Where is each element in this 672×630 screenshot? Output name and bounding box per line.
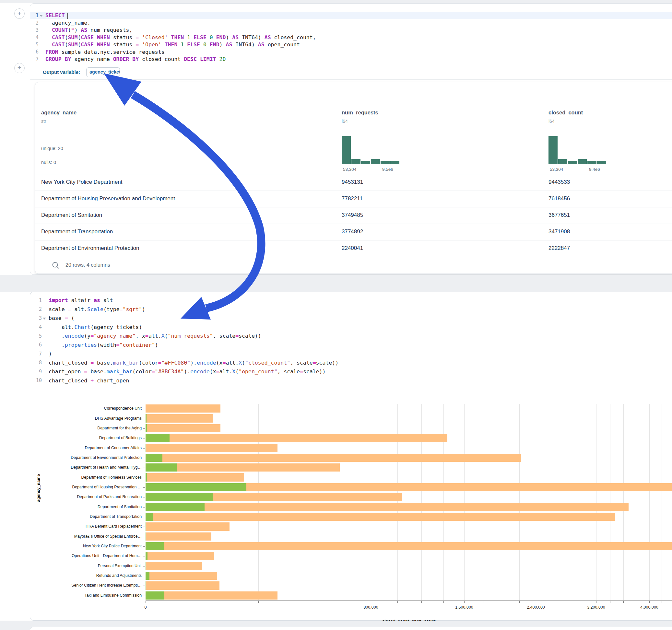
bar-open-count: [146, 552, 147, 560]
fold-chevron-icon[interactable]: [40, 15, 43, 17]
gridline: [610, 404, 610, 601]
gridline: [596, 404, 597, 601]
histogram-min-label: 53,304: [343, 167, 356, 172]
gridline: [536, 404, 536, 601]
table-cell: New York City Police Department: [41, 179, 122, 185]
table-row[interactable]: Department of Transportation377489234719…: [35, 224, 672, 240]
x-tick: [443, 601, 444, 603]
next-cell-peek: [30, 627, 672, 630]
code-line[interactable]: 6FROM sample_data.nyc.service_requests: [30, 48, 672, 55]
code-line[interactable]: 9chart_open = base.mark_bar(color="#8BC3…: [30, 367, 672, 376]
column-header-num_requests[interactable]: num_requests: [342, 110, 378, 116]
bar-closed-count: [146, 591, 278, 600]
gridline: [305, 404, 305, 601]
add-cell-button-2[interactable]: +: [14, 63, 25, 73]
line-number: 7: [30, 56, 41, 62]
histogram-bar: [352, 159, 360, 164]
bar-closed-count: [146, 542, 672, 550]
result-table: agency_namestrunique: 20nulls: 0num_requ…: [35, 82, 672, 274]
y-axis-label: Department of Health and Mental Hyg…: [40, 465, 142, 469]
y-tick: [143, 478, 145, 478]
code-line[interactable]: 7GROUP BY agency_name ORDER BY closed_co…: [30, 55, 672, 63]
code-line[interactable]: 10chart_closed + chart_open: [30, 376, 672, 385]
table-row[interactable]: Department of Sanitation37494853677651: [35, 207, 672, 224]
line-number: 1: [30, 13, 41, 19]
line-number: 5: [30, 42, 41, 48]
line-number: 4: [30, 34, 41, 40]
y-tick: [143, 448, 145, 449]
code-line[interactable]: 3 COUNT(*) AS num_requests,: [30, 27, 672, 34]
gridline: [371, 404, 371, 601]
table-row[interactable]: Department of Housing Preservation and D…: [35, 191, 672, 207]
bar-closed-count: [146, 503, 628, 511]
x-tick: [371, 601, 371, 603]
y-tick: [143, 419, 145, 419]
bar-open-count: [146, 454, 162, 462]
column-meta: unique: 20: [41, 146, 63, 151]
x-tick: [422, 601, 422, 603]
bar-open-count: [146, 493, 213, 501]
bar-open-count: [146, 444, 146, 452]
y-axis-label: Department for the Aging: [40, 426, 142, 430]
x-tick: [398, 601, 398, 603]
bar-open-count: [146, 473, 147, 481]
fold-chevron-icon[interactable]: [43, 318, 46, 319]
gridline: [422, 404, 422, 601]
add-cell-button-1[interactable]: +: [14, 8, 25, 19]
bar-open-count: [146, 532, 146, 540]
output-variable-input[interactable]: agency_tickets: [86, 67, 120, 77]
x-axis-label: 0: [145, 605, 147, 610]
code-line[interactable]: 5 CAST(SUM(CASE WHEN status = 'Open' THE…: [30, 41, 672, 48]
x-tick: [552, 601, 552, 603]
line-number: 2: [30, 306, 44, 312]
python-code-editor[interactable]: 1import altair as alt2scale = alt.Scale(…: [30, 296, 672, 385]
code-line[interactable]: 1SELECT: [30, 12, 672, 19]
search-icon[interactable]: [51, 261, 60, 270]
x-tick: [341, 601, 341, 603]
y-axis-label: Personal Exemption Unit: [40, 563, 142, 568]
altair-chart: agency_name Correspondence UnitDHS Advan…: [30, 399, 672, 620]
bar-open-count: [146, 562, 146, 570]
histogram-max-label: 9.4e6: [589, 167, 600, 172]
code-line[interactable]: 4 CAST(SUM(CASE WHEN status = 'Closed' T…: [30, 34, 672, 41]
table-row[interactable]: New York City Police Department945313194…: [35, 174, 672, 191]
bar-open-count: [146, 434, 170, 442]
bar-closed-count: [146, 513, 615, 521]
column-header-agency_name[interactable]: agency_name: [41, 110, 76, 116]
table-row[interactable]: Department of Environmental Protection22…: [35, 240, 672, 257]
y-tick: [143, 566, 145, 566]
bar-open-count: [146, 581, 146, 589]
y-tick: [143, 497, 145, 498]
column-header-closed_count[interactable]: closed_count: [549, 110, 583, 116]
code-line[interactable]: 2scale = alt.Scale(type="sqrt"): [30, 305, 672, 314]
line-number: 1: [30, 297, 44, 303]
line-number: 6: [30, 49, 41, 55]
gridline: [582, 404, 582, 601]
code-line[interactable]: 8chart_closed = base.mark_bar(color="#FF…: [30, 358, 672, 367]
y-axis-label: Department of Transportation: [40, 514, 142, 519]
code-line[interactable]: 4 alt.Chart(agency_tickets): [30, 323, 672, 332]
histogram-bar: [549, 136, 557, 164]
x-tick: [258, 601, 259, 603]
table-cell: Department of Housing Preservation and D…: [41, 195, 175, 202]
code-line[interactable]: 3base = (: [30, 314, 672, 323]
table-cell: 3774892: [342, 228, 363, 235]
line-number: 5: [30, 333, 44, 339]
y-axis-label: Operations Unit - Department of Hom…: [40, 554, 142, 558]
bar-closed-count: [146, 424, 220, 432]
y-tick: [143, 458, 145, 458]
table-cell: 2222847: [549, 245, 570, 251]
code-line[interactable]: 6 .properties(width="container"): [30, 341, 672, 350]
y-axis-label: Department of Sanitation: [40, 505, 142, 509]
code-line[interactable]: 5 .encode(y="agency_name", x=alt.X("num_…: [30, 332, 672, 341]
code-line[interactable]: 1import altair as alt: [30, 296, 672, 305]
code-line[interactable]: 7): [30, 349, 672, 358]
histogram-bar: [558, 159, 567, 164]
histogram-bar: [587, 161, 597, 164]
y-axis-label: Department of Buildings: [40, 436, 142, 440]
y-axis-label: Correspondence Unit: [40, 406, 142, 411]
sql-code-editor[interactable]: 1SELECT2 agency_name,3 COUNT(*) AS num_r…: [30, 12, 672, 63]
code-line[interactable]: 2 agency_name,: [30, 19, 672, 26]
table-cell: Department of Sanitation: [41, 212, 102, 218]
bar-open-count: [146, 591, 164, 600]
